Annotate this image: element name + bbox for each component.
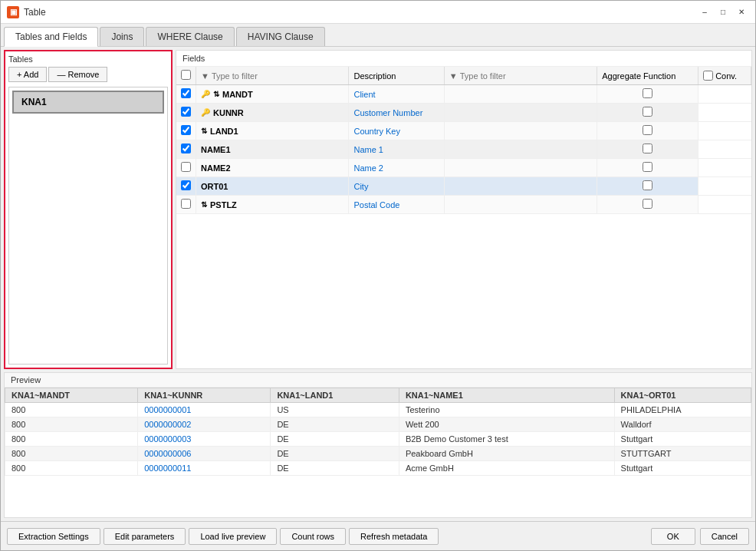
row-conv-checkbox-6[interactable] bbox=[643, 199, 652, 209]
row-checkbox-cell bbox=[176, 177, 196, 196]
edit-parameters-button[interactable]: Edit parameters bbox=[104, 528, 186, 545]
row-name-cell: 🔑⇅ MANDT bbox=[196, 85, 349, 104]
extraction-settings-text: Extraction Settings bbox=[18, 532, 89, 541]
row-conv-checkbox-5[interactable] bbox=[643, 180, 652, 190]
row-aggregate-cell bbox=[444, 122, 597, 140]
preview-label: Preview bbox=[5, 373, 751, 388]
row-checkbox-1[interactable] bbox=[181, 107, 191, 117]
preview-cell: 0000000011 bbox=[138, 461, 271, 476]
col-description-filter-header: ▼ bbox=[444, 67, 597, 85]
window-title: Table bbox=[24, 7, 46, 18]
field-name-MANDT: 🔑⇅ MANDT bbox=[201, 90, 343, 99]
preview-col-header: KNA1~NAME1 bbox=[399, 388, 614, 403]
preview-cell: DE bbox=[271, 432, 399, 447]
tables-list: KNA1 bbox=[8, 87, 168, 365]
preview-col-header: KNA1~KUNNR bbox=[138, 388, 271, 403]
fields-row: ⇅ PSTLZ Postal Code bbox=[176, 196, 751, 214]
ok-button[interactable]: OK bbox=[651, 528, 695, 545]
remove-table-button[interactable]: — Remove bbox=[48, 67, 107, 82]
row-desc-cell: Country Key bbox=[349, 122, 444, 140]
preview-cell: Wett 200 bbox=[399, 417, 614, 432]
minimize-button[interactable]: – bbox=[697, 7, 712, 18]
count-rows-button[interactable]: Count rows bbox=[280, 528, 346, 545]
close-button[interactable]: ✕ bbox=[734, 7, 749, 18]
row-desc-cell: Postal Code bbox=[349, 196, 444, 214]
preview-cell: 800 bbox=[5, 417, 138, 432]
col-aggregate-label: Aggregate Function bbox=[602, 71, 675, 81]
name-filter-icon: ▼ bbox=[201, 71, 209, 81]
conv-all-checkbox[interactable] bbox=[703, 71, 713, 81]
row-checkbox-cell bbox=[176, 196, 196, 214]
add-table-button[interactable]: + Add bbox=[8, 67, 47, 82]
col-description-label: Description bbox=[353, 71, 396, 81]
preview-cell: US bbox=[271, 403, 399, 417]
row-checkbox-6[interactable] bbox=[181, 199, 191, 209]
refresh-metadata-button[interactable]: Refresh metadata bbox=[349, 528, 439, 545]
name-filter-input[interactable] bbox=[212, 71, 344, 81]
row-desc-cell: Customer Number bbox=[349, 104, 444, 122]
fields-row: ⇅ LAND1 Country Key bbox=[176, 122, 751, 140]
tables-toolbar: + Add — Remove bbox=[8, 67, 168, 82]
preview-thead: KNA1~MANDTKNA1~KUNNRKNA1~LAND1KNA1~NAME1… bbox=[5, 388, 751, 403]
fields-panel: Fields ▼ bbox=[176, 50, 752, 369]
tab-where-clause[interactable]: WHERE Clause bbox=[146, 27, 234, 46]
col-name-header: ▼ bbox=[196, 67, 349, 85]
preview-row: 8000000000003DEB2B Demo Customer 3 testS… bbox=[5, 432, 751, 447]
preview-col-header: KNA1~LAND1 bbox=[271, 388, 399, 403]
row-conv-cell bbox=[597, 104, 698, 122]
row-conv-checkbox-0[interactable] bbox=[643, 88, 652, 98]
desc-filter-input[interactable] bbox=[460, 71, 593, 81]
row-conv-checkbox-4[interactable] bbox=[643, 162, 652, 172]
fields-tbody: 🔑⇅ MANDT Client 🔑 KUNNR Customer Number bbox=[176, 85, 751, 214]
preview-row: 8000000000011DEAcme GmbHStuttgart bbox=[5, 461, 751, 476]
preview-cell: Acme GmbH bbox=[399, 461, 614, 476]
title-bar: ▣ Table – □ ✕ bbox=[1, 1, 755, 24]
row-conv-checkbox-1[interactable] bbox=[643, 107, 652, 117]
row-checkbox-3[interactable] bbox=[181, 144, 191, 153]
col-conv-label: Conv. bbox=[715, 71, 737, 81]
preview-row: 8000000000006DEPeakboard GmbHSTUTTGART bbox=[5, 447, 751, 461]
preview-cell: 0000000002 bbox=[138, 417, 271, 432]
tables-panel: Tables + Add — Remove KNA1 bbox=[4, 50, 173, 369]
load-live-preview-button[interactable]: Load live preview bbox=[189, 528, 277, 545]
tab-joins[interactable]: Joins bbox=[100, 27, 144, 46]
preview-cell: DE bbox=[271, 417, 399, 432]
row-conv-cell bbox=[597, 196, 698, 214]
maximize-button[interactable]: □ bbox=[715, 7, 731, 18]
preview-cell: 800 bbox=[5, 432, 138, 447]
app-icon: ▣ bbox=[7, 6, 19, 18]
preview-cell: DE bbox=[271, 447, 399, 461]
extraction-settings-button[interactable]: Extraction Settings bbox=[7, 528, 100, 545]
preview-cell: DE bbox=[271, 461, 399, 476]
col-aggregate-header: Aggregate Function bbox=[597, 67, 698, 85]
table-item[interactable]: KNA1 bbox=[12, 91, 164, 114]
bottom-right-buttons: OK Cancel bbox=[651, 528, 749, 545]
title-bar-left: ▣ Table bbox=[7, 6, 46, 18]
row-conv-cell bbox=[597, 159, 698, 177]
tab-having-clause[interactable]: HAVING Clause bbox=[236, 27, 325, 46]
desc-filter-icon: ▼ bbox=[449, 71, 458, 81]
select-all-checkbox[interactable] bbox=[181, 70, 191, 80]
row-checkbox-2[interactable] bbox=[181, 125, 191, 135]
row-checkbox-0[interactable] bbox=[181, 88, 191, 98]
preview-section: Preview KNA1~MANDTKNA1~KUNNRKNA1~LAND1KN… bbox=[4, 372, 752, 518]
row-checkbox-4[interactable] bbox=[181, 162, 191, 172]
row-aggregate-cell bbox=[444, 177, 597, 196]
row-conv-checkbox-2[interactable] bbox=[643, 125, 652, 135]
row-desc-cell: Client bbox=[349, 85, 444, 104]
content-area: Tables + Add — Remove KNA1 Fields bbox=[1, 47, 755, 521]
field-name-NAME2: NAME2 bbox=[201, 163, 343, 173]
preview-cell: STUTTGART bbox=[614, 447, 751, 461]
row-name-cell: ⇅ PSTLZ bbox=[196, 196, 349, 214]
row-checkbox-5[interactable] bbox=[181, 180, 191, 190]
tab-tables-and-fields[interactable]: Tables and Fields bbox=[4, 27, 98, 47]
preview-row: 8000000000001USTesterinoPHILADELPHIA bbox=[5, 403, 751, 417]
row-conv-checkbox-3[interactable] bbox=[643, 144, 652, 153]
row-desc-cell: City bbox=[349, 177, 444, 196]
row-desc-cell: Name 2 bbox=[349, 159, 444, 177]
cancel-button[interactable]: Cancel bbox=[700, 528, 749, 545]
row-desc-cell: Name 1 bbox=[349, 140, 444, 159]
preview-col-header: KNA1~ORT01 bbox=[614, 388, 751, 403]
field-name-LAND1: ⇅ LAND1 bbox=[201, 127, 343, 136]
preview-tbody: 8000000000001USTesterinoPHILADELPHIA8000… bbox=[5, 403, 751, 476]
